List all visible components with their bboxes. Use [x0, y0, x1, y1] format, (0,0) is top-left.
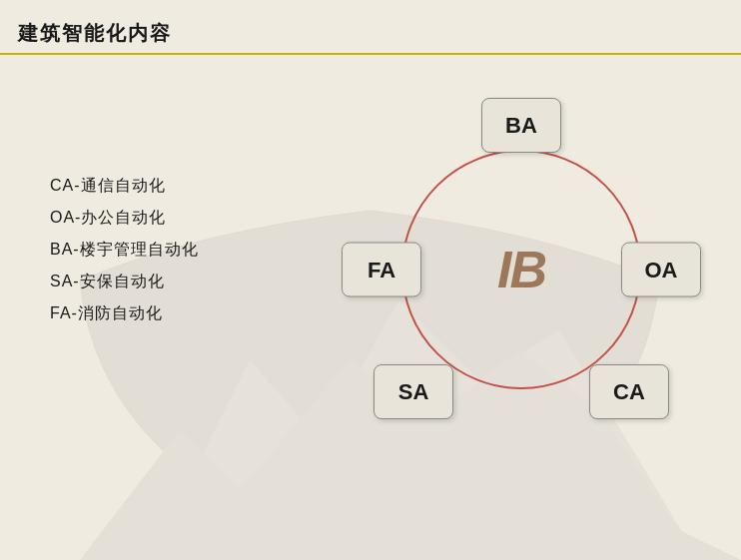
list-item-sa: SA-安保自动化: [50, 266, 199, 297]
slide: 建筑智能化内容 CA-通信自动化 OA-办公自动化 BA-楼宇管理自动化 SA-…: [0, 0, 741, 560]
info-list: CA-通信自动化 OA-办公自动化 BA-楼宇管理自动化 SA-安保自动化 FA…: [50, 170, 199, 329]
node-sa: SA: [373, 364, 453, 419]
node-ba: BA: [481, 98, 561, 153]
ib-label: IB: [497, 240, 545, 299]
node-ca: CA: [589, 364, 669, 419]
node-oa: OA: [621, 243, 701, 297]
title-bar: 建筑智能化内容: [0, 12, 741, 55]
list-item-ca: CA-通信自动化: [50, 170, 199, 202]
diagram: IB BA OA CA SA FA: [332, 80, 711, 459]
list-item-oa: OA-办公自动化: [50, 202, 199, 234]
list-item-fa: FA-消防自动化: [50, 297, 199, 329]
list-item-ba: BA-楼宇管理自动化: [50, 234, 199, 266]
node-fa: FA: [342, 243, 421, 297]
page-title: 建筑智能化内容: [18, 22, 172, 44]
